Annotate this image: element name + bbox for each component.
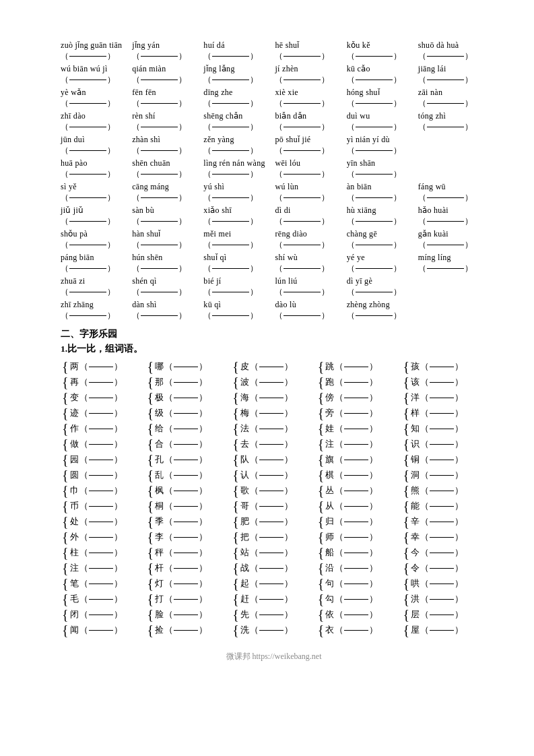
fill-line <box>259 630 283 631</box>
char-cell-15-4: {洪（） <box>401 592 487 606</box>
char-text: 李 <box>155 531 164 543</box>
char-cell-0-3: {跳（） <box>316 359 402 374</box>
char-cell-7-0: {圆（） <box>61 468 146 482</box>
char-text: 变 <box>70 391 79 404</box>
pinyin-row-7: jiǔ jiǔ（）sàn bù（）xiǎo shī（）dì di（）hù xiā… <box>61 206 487 227</box>
blank-line: （） <box>347 192 415 203</box>
bracket-left-icon: { <box>232 422 239 435</box>
blank-line: （） <box>61 216 129 227</box>
char-text: 外 <box>70 531 79 543</box>
pinyin-cell-8-1: hàn shuǐ（） <box>132 229 201 251</box>
paren-close: ） <box>199 484 207 497</box>
char-row-8: {巾（）{枫（）{歌（）{丛（）{熊（） <box>61 483 487 498</box>
paren-open: （ <box>164 376 173 388</box>
paren-open: （ <box>250 453 259 466</box>
char-row-17: {闻（）{捡（）{洗（）{衣（）{屋（） <box>61 623 487 637</box>
char-cell-17-3: {衣（） <box>316 623 402 637</box>
char-text: 起 <box>240 577 249 590</box>
bracket-left-icon: { <box>403 577 409 590</box>
pinyin-cell-6-0: sì yě（） <box>61 182 129 203</box>
pinyin-cell-8-5: gǎn kuài（） <box>418 229 487 251</box>
pinyin-cell-9-5: míng líng（） <box>418 253 487 274</box>
char-cell-3-3: {旁（） <box>316 406 402 420</box>
paren-open: （ <box>420 360 429 373</box>
paren-close: ） <box>369 484 378 497</box>
paren-close: ） <box>114 360 123 373</box>
bracket-left-icon: { <box>62 437 69 451</box>
bracket-left-icon: { <box>232 546 239 559</box>
paren-close: ） <box>284 562 293 574</box>
char-cell-4-2: {法（） <box>231 421 316 436</box>
pinyin-text: lún liú <box>275 276 343 286</box>
pinyin-text: tóng zhì <box>418 111 487 121</box>
paren-open: （ <box>335 360 343 373</box>
pinyin-cell-5-4: yīn shān（） <box>347 158 415 180</box>
paren-open: （ <box>250 546 259 559</box>
char-text: 做 <box>70 438 79 450</box>
paren-close: ） <box>199 422 207 435</box>
bracket-left-icon: { <box>232 530 239 544</box>
paren-open: （ <box>335 438 343 450</box>
blank-line: （） <box>347 168 415 180</box>
pinyin-cell-1-5: jiāng lái（） <box>418 64 487 86</box>
char-cell-9-2: {哥（） <box>231 499 316 513</box>
pinyin-text: shēng chǎn <box>203 111 272 121</box>
pinyin-cell-0-0: zuò jǐng guān tiān（） <box>61 40 129 62</box>
char-cell-17-1: {捡（） <box>146 623 232 637</box>
paren-close: ） <box>199 469 207 481</box>
char-cell-7-2: {认（） <box>231 468 316 482</box>
char-cell-12-2: {站（） <box>231 545 316 560</box>
fill-line <box>174 630 198 631</box>
fill-line <box>259 475 283 476</box>
fill-line <box>174 413 198 414</box>
fill-line <box>430 553 454 553</box>
fill-line <box>344 367 368 367</box>
bracket-left-icon: { <box>147 406 154 420</box>
fill-line <box>259 460 283 460</box>
bracket-left-icon: { <box>147 499 154 513</box>
paren-open: （ <box>164 593 173 605</box>
pinyin-section: zuò jǐng guān tiān（）jǐng yán（）huí dá（）hē… <box>61 40 487 321</box>
pinyin-cell-8-2: měi mei（） <box>203 229 272 251</box>
char-text: 那 <box>155 376 164 388</box>
fill-line <box>430 491 454 491</box>
pinyin-text: shí wù <box>275 253 343 263</box>
paren-open: （ <box>335 531 343 543</box>
pinyin-cell-10-1: shén qì（） <box>132 276 201 298</box>
blank-line: （） <box>203 51 272 62</box>
char-text: 船 <box>325 546 334 559</box>
paren-open: （ <box>79 438 88 450</box>
pinyin-row-2: yè wǎn（）fēn fēn（）dīng zhe（）xiè xie（）hóng… <box>61 88 487 109</box>
char-cell-1-1: {那（） <box>146 375 232 389</box>
fill-line <box>430 506 454 507</box>
char-cell-16-0: {闭（） <box>61 607 146 622</box>
fill-line <box>259 491 283 491</box>
paren-close: ） <box>455 624 463 636</box>
paren-close: ） <box>284 484 293 497</box>
pinyin-cell-8-3: rēng diào（） <box>275 229 343 251</box>
paren-close: ） <box>369 438 378 450</box>
pinyin-cell-2-4: hóng shuǐ（） <box>347 88 415 109</box>
bracket-left-icon: { <box>232 453 239 466</box>
char-cell-0-1: {哪（） <box>146 359 232 374</box>
pinyin-cell-6-2: yú shì（） <box>203 182 272 203</box>
pinyin-cell-4-1: zhàn shì（） <box>132 135 201 156</box>
char-cell-2-4: {洋（） <box>401 390 487 405</box>
fill-line <box>89 398 113 398</box>
paren-close: ） <box>284 422 293 435</box>
char-cell-15-1: {打（） <box>146 592 232 606</box>
paren-open: （ <box>164 531 173 543</box>
blank-line: （） <box>203 145 272 156</box>
char-cell-3-1: {级（） <box>146 406 232 420</box>
bracket-left-icon: { <box>232 406 239 420</box>
paren-close: ） <box>114 500 123 512</box>
paren-open: （ <box>335 422 343 435</box>
paren-close: ） <box>114 453 123 466</box>
char-cell-4-3: {娃（） <box>316 421 402 436</box>
fill-line <box>259 537 283 538</box>
paren-close: ） <box>284 608 293 621</box>
paren-close: ） <box>114 531 123 543</box>
paren-close: ） <box>369 546 378 559</box>
paren-close: ） <box>455 360 463 373</box>
char-text: 跳 <box>325 360 334 373</box>
